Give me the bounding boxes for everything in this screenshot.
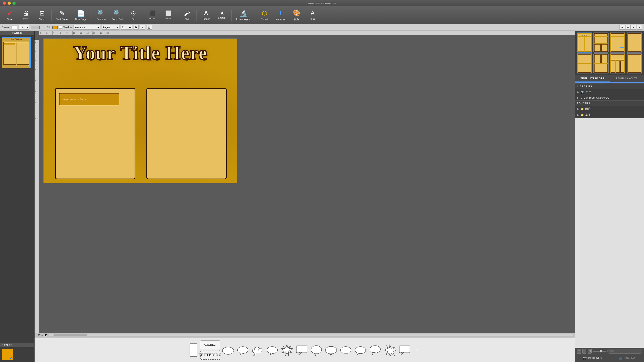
pictures-tab[interactable]: 📷 PICTURES <box>575 354 610 362</box>
ruler-top: 0 2 4 6 8 10 12 14 16 18 20 <box>39 31 575 35</box>
align-justify-button[interactable]: ≡ <box>637 25 642 30</box>
maximize-button[interactable] <box>12 1 16 5</box>
library-photos[interactable]: ▶ 📷 照片 <box>575 89 644 95</box>
oval-bubble-5[interactable] <box>324 340 338 360</box>
speech-bubble[interactable]: Your words here... <box>59 93 119 105</box>
start-comic-button[interactable]: ✎ Start Comic <box>53 7 71 23</box>
fit-button[interactable]: ⊙ Fit <box>126 7 141 23</box>
oval-bubble-4[interactable] <box>310 340 323 360</box>
inspector-button[interactable]: ℹ Inspector <box>273 7 288 23</box>
instant-alpha-button[interactable]: 🔬 Instant Alpha <box>234 7 253 23</box>
inspector-icon: ℹ <box>280 9 282 17</box>
underline-button[interactable]: U <box>147 25 152 30</box>
folder-pictures-icon: 📁 <box>580 107 584 111</box>
font-button[interactable]: A 字体 <box>305 7 320 23</box>
slider-thumb[interactable] <box>600 350 602 353</box>
instant-alpha-icon: 🔬 <box>240 9 247 17</box>
lettering-button[interactable]: LETTERING <box>200 350 220 360</box>
zoom-down-button[interactable]: ▼ <box>44 334 48 337</box>
font-style-select[interactable]: Regular <box>102 25 120 30</box>
search-input[interactable] <box>608 349 642 354</box>
style-button[interactable]: 🖌 Style <box>180 7 195 23</box>
save-button[interactable]: ✔ Save <box>2 7 18 23</box>
comic-panel-right[interactable] <box>146 88 227 179</box>
tab-handle[interactable] <box>606 83 613 83</box>
oval-bubble-6[interactable] <box>339 340 352 360</box>
comic-page-title[interactable]: Your Title Here <box>44 43 237 62</box>
bigger-button[interactable]: A Bigger <box>198 7 214 23</box>
print-button[interactable]: 🖨 打印 <box>18 7 34 23</box>
blank-rect-item[interactable] <box>188 340 199 360</box>
folder-pictures[interactable]: ▶ 📁 图片 <box>575 106 644 112</box>
comic-page[interactable]: Your Title Here Your words here... <box>44 38 237 183</box>
italic-button[interactable]: I <box>140 25 145 30</box>
template-thumb-5[interactable] <box>577 53 592 73</box>
panel-layouts-tab[interactable]: PANEL LAYOUTS <box>610 75 644 82</box>
abcde-button[interactable]: ABCDE... <box>200 341 220 349</box>
page-dropdown-arrow[interactable]: ▼ <box>16 64 17 66</box>
titlebar: www.comic‑draw.com <box>0 0 644 6</box>
cloud-bubble[interactable] <box>251 340 264 360</box>
library-lightroom[interactable]: ▶ L Lightroom Classic CC <box>575 95 644 100</box>
export-button[interactable]: ⬡ Export <box>257 7 272 23</box>
fill-label: Fill: <box>47 26 51 29</box>
oval-bubble-7[interactable] <box>354 340 367 360</box>
align-center-button[interactable]: ≡ <box>625 25 631 30</box>
folder-desktop[interactable]: ▶ 📁 桌面 <box>575 112 644 118</box>
photos-icon: 📷 <box>580 90 584 94</box>
oval-bubble-3[interactable] <box>266 340 279 360</box>
align-left-button[interactable]: ≡ <box>620 25 625 30</box>
align-right-button[interactable]: ≡ <box>631 25 636 30</box>
new-page-button[interactable]: 📄 New Page <box>72 7 90 23</box>
stroke-size-select[interactable]: 1pt2pt3pt <box>18 25 30 30</box>
smaller-button[interactable]: A Smaller <box>214 7 230 23</box>
stroke-color-swatch[interactable] <box>12 25 17 29</box>
canvas-scroll[interactable]: Your Title Here Your words here... <box>39 35 575 333</box>
template-thumb-2[interactable] <box>594 32 608 52</box>
template-pages-tab[interactable]: TEMPLATE PAGES <box>575 75 610 82</box>
close-button[interactable] <box>3 1 6 5</box>
rect-bubble-1[interactable] <box>295 340 308 360</box>
stroke-style-swatch[interactable] <box>31 25 40 29</box>
oval-bubble-2[interactable] <box>236 340 250 360</box>
zoom-in-button[interactable]: 🔍 Zoom In <box>94 7 109 23</box>
template-thumb-4[interactable] <box>626 32 642 52</box>
camera-tab[interactable]: 📹 CAMERA <box>610 354 644 362</box>
fill-color-swatch[interactable] <box>52 25 58 29</box>
template-thumb-1[interactable]: Your Title Here <box>577 32 592 52</box>
bold-button[interactable]: B <box>133 25 138 30</box>
style-swatch-1[interactable]: ✓ <box>2 349 13 360</box>
back-button[interactable]: ⬜ Back <box>161 7 176 23</box>
template-thumb-8[interactable] <box>626 53 642 73</box>
minimize-button[interactable] <box>8 1 11 5</box>
scroll-handle[interactable] <box>54 334 87 336</box>
template-thumb-6[interactable] <box>594 53 608 73</box>
shadow-checkbox[interactable] <box>59 26 62 29</box>
page-thumbnail-1[interactable]: Your Title Here 1 ▼ <box>2 37 31 68</box>
rect-bubble-2[interactable] <box>398 340 411 360</box>
styles-collapse-icon[interactable]: — <box>30 344 32 347</box>
color-button[interactable]: 🎨 颜色 <box>289 7 304 23</box>
template-thumb-3[interactable] <box>610 32 625 52</box>
font-size-select[interactable]: 12 <box>121 25 132 30</box>
view-button[interactable]: ⊞ View <box>34 7 50 23</box>
size-slider[interactable] <box>593 351 606 352</box>
font-family-select[interactable]: Helvetica <box>74 25 100 30</box>
front-button[interactable]: ⬛ Front <box>144 7 160 23</box>
oval-bubble-1[interactable] <box>222 340 235 360</box>
detail-view-button[interactable]: ⊟ <box>588 349 592 354</box>
oval-bubble-8[interactable] <box>368 340 382 360</box>
burst-bubble-1[interactable] <box>280 340 294 360</box>
list-view-button[interactable]: ☰ <box>582 349 586 354</box>
zoom-out-button[interactable]: 🔍 Zoom Out <box>110 7 125 23</box>
lightroom-icon: L <box>580 96 582 99</box>
print-icon: 🖨 <box>23 9 29 17</box>
shadow-control[interactable]: Shadow <box>59 26 72 29</box>
zoom-scrollbar[interactable] <box>49 334 573 337</box>
burst-bubble-2[interactable] <box>383 340 397 360</box>
grid-view-button[interactable]: ⊞ <box>577 349 581 354</box>
comic-panel-left[interactable]: Your words here... <box>55 88 135 179</box>
lettering-label: LETTERING <box>198 353 222 357</box>
add-bubble-button[interactable]: + <box>413 346 422 355</box>
template-thumb-7[interactable] <box>610 53 625 73</box>
